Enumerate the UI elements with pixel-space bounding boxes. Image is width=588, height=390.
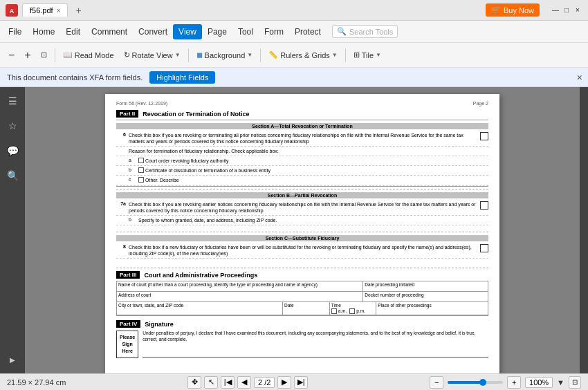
zoom-slider[interactable]	[448, 381, 503, 384]
zoom-level-input[interactable]	[525, 377, 553, 388]
row8-checkbox[interactable]	[480, 244, 488, 252]
form-number: Form 56 (Rev. 12-2019)	[116, 101, 167, 106]
maximize-button[interactable]: □	[562, 6, 571, 15]
menu-page[interactable]: Page	[202, 24, 232, 39]
sig-line[interactable]	[143, 346, 488, 358]
last-page-button[interactable]: ▶|	[294, 376, 308, 389]
menu-edit[interactable]: Edit	[60, 24, 86, 39]
close-window-button[interactable]: ×	[573, 6, 582, 15]
background-icon: ◼	[196, 50, 203, 59]
dropdown-arrow-zoom[interactable]: ▼	[557, 378, 564, 387]
first-page-button[interactable]: |◀	[221, 376, 235, 389]
panel-bookmark-icon[interactable]: ☆	[4, 118, 21, 134]
menu-tool[interactable]: Tool	[232, 24, 259, 39]
menu-file[interactable]: File	[3, 24, 27, 39]
title-bar-left: A f56.pdf × +	[6, 3, 486, 17]
page-number-input[interactable]	[254, 377, 275, 388]
col-address-court: Address of court	[117, 292, 363, 301]
zoom-slider-thumb	[479, 379, 486, 386]
part3-title-text: Court and Administrative Proceedings	[144, 272, 257, 279]
row-b-checkbox[interactable]	[138, 167, 144, 173]
fit-page-status-button[interactable]: ⊡	[569, 376, 581, 389]
svg-text:A: A	[10, 8, 15, 15]
sig-declaration-text: Under penalties of perjury, I declare th…	[143, 331, 488, 342]
cursor-tool-button[interactable]: ↖	[204, 376, 218, 389]
rotate-view-button[interactable]: ↻ Rotate View ▼	[120, 48, 185, 62]
part2-label: Part II	[116, 110, 138, 118]
notification-text: This document contains XFA form fields.	[7, 73, 143, 82]
pan-tool-button[interactable]: ✥	[187, 376, 201, 389]
panel-expand-button[interactable]: ▶	[4, 351, 21, 368]
menu-protect[interactable]: Protect	[289, 24, 327, 39]
row7a-checkbox[interactable]	[480, 201, 488, 210]
next-page-icon: ▶	[282, 378, 287, 387]
add-tab-button[interactable]: +	[72, 5, 84, 16]
separator-1	[55, 48, 55, 62]
tab-label: f56.pdf	[30, 6, 53, 15]
search-tools-input[interactable]: 🔍 Search Tools	[332, 25, 398, 38]
menu-comment[interactable]: Comment	[86, 24, 133, 39]
menu-home[interactable]: Home	[27, 24, 60, 39]
search-placeholder: Search Tools	[349, 28, 393, 36]
zoom-in-icon: +	[24, 49, 30, 62]
pdf-page: Form 56 (Rev. 12-2019) Page 2 Part II Re…	[105, 94, 499, 373]
status-bar: 21.59 × 27.94 cm ✥ ↖ |◀ ◀ ▶ ▶| − +	[0, 373, 588, 390]
minimize-button[interactable]: —	[551, 6, 560, 15]
tile-button[interactable]: ⊞ Tile ▼	[349, 48, 385, 62]
highlight-fields-button[interactable]: Highlight Fields	[149, 71, 215, 84]
notification-bar: This document contains XFA form fields. …	[0, 68, 588, 87]
prev-page-button[interactable]: ◀	[237, 376, 251, 389]
menu-view[interactable]: View	[173, 24, 202, 39]
read-mode-button[interactable]: 📖 Read Mode	[59, 48, 118, 62]
col-date2: Date	[283, 302, 330, 315]
background-button[interactable]: ◼ Background ▼	[192, 48, 257, 62]
fit-page-button[interactable]: ⊡	[37, 48, 51, 62]
row6-text: Check this box if you are revoking or te…	[129, 133, 463, 144]
last-page-icon: ▶|	[297, 378, 305, 387]
rulers-grid-button[interactable]: 📏 Rulers & Grids ▼	[264, 48, 341, 62]
pm-checkbox[interactable]	[349, 308, 355, 314]
notification-close-button[interactable]: ×	[577, 72, 582, 83]
panel-search-icon[interactable]: 🔍	[4, 167, 21, 184]
read-mode-icon: 📖	[63, 50, 73, 59]
tile-dropdown-arrow: ▼	[376, 52, 381, 58]
pdf-container[interactable]: Form 56 (Rev. 12-2019) Page 2 Part II Re…	[25, 87, 580, 373]
status-left: 21.59 × 27.94 cm	[7, 378, 66, 387]
rulers-dropdown-arrow: ▼	[332, 52, 338, 58]
row-a: a Court order revoking fiduciary authori…	[116, 156, 488, 166]
rotate-dropdown-arrow: ▼	[175, 52, 181, 58]
next-page-button[interactable]: ▶	[277, 376, 291, 389]
row7a-text: Check this box if you are revoking earli…	[129, 202, 476, 213]
zoom-out-button[interactable]: −	[4, 47, 19, 64]
row-a-checkbox[interactable]	[138, 158, 144, 163]
tile-icon: ⊞	[353, 50, 360, 59]
col-court: Name of court (if other than a court pro…	[117, 281, 363, 291]
zoom-plus-button[interactable]: +	[507, 376, 521, 389]
title-bar: A f56.pdf × + 🛒 Buy Now — □ ×	[0, 0, 588, 21]
panel-thumbnail-icon[interactable]: ☰	[4, 93, 21, 109]
signature-area: Please Sign Here Under penalties of perj…	[116, 331, 488, 358]
row-c-checkbox[interactable]	[138, 177, 144, 183]
toolbar: − + ⊡ 📖 Read Mode ↻ Rotate View ▼ ◼ Back…	[0, 43, 588, 68]
prev-page-icon: ◀	[241, 378, 247, 387]
zoom-minus-button[interactable]: −	[430, 376, 443, 389]
page-number: Page 2	[473, 101, 488, 106]
title-bar-right: 🛒 Buy Now — □ ×	[486, 3, 582, 17]
signature-content: Under penalties of perjury, I declare th…	[143, 331, 488, 358]
buy-now-button[interactable]: 🛒 Buy Now	[486, 3, 540, 17]
file-tab[interactable]: f56.pdf ×	[22, 3, 68, 17]
row-6-sub: Reason for termination of fiduciary rela…	[116, 147, 488, 156]
fit-page-icon: ⊡	[41, 50, 47, 59]
panel-comment-icon[interactable]: 💬	[4, 142, 21, 159]
part2-title-text: Revocation or Termination of Notice	[143, 111, 249, 118]
menu-form[interactable]: Form	[259, 24, 289, 39]
row6-checkbox[interactable]	[480, 132, 488, 140]
separator-2	[188, 48, 189, 62]
status-center: ✥ ↖ |◀ ◀ ▶ ▶|	[187, 376, 308, 389]
first-page-icon: |◀	[224, 378, 232, 387]
row-b: b Certificate of dissolution or terminat…	[116, 166, 488, 176]
am-checkbox[interactable]	[331, 308, 337, 314]
zoom-in-button[interactable]: +	[20, 47, 35, 64]
close-tab-button[interactable]: ×	[57, 7, 61, 15]
menu-convert[interactable]: Convert	[133, 24, 173, 39]
